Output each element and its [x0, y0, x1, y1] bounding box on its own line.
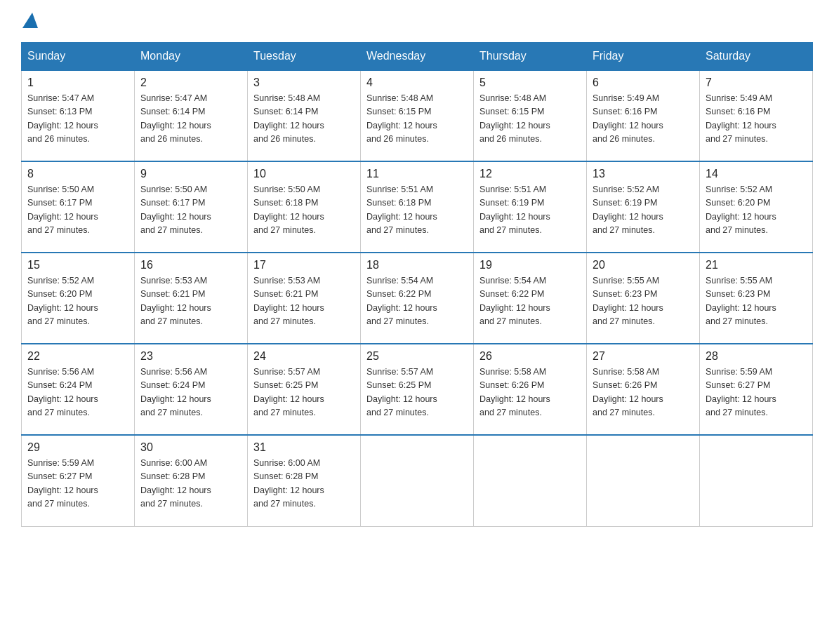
day-number: 28: [706, 350, 807, 363]
day-info: Sunrise: 5:54 AMSunset: 6:22 PMDaylight:…: [366, 274, 468, 329]
day-number: 5: [479, 76, 581, 89]
calendar-cell: 20Sunrise: 5:55 AMSunset: 6:23 PMDayligh…: [587, 253, 700, 344]
day-info: Sunrise: 5:58 AMSunset: 6:26 PMDaylight:…: [479, 365, 581, 420]
day-info: Sunrise: 5:53 AMSunset: 6:21 PMDaylight:…: [140, 274, 241, 329]
day-info: Sunrise: 5:59 AMSunset: 6:27 PMDaylight:…: [27, 457, 128, 511]
calendar-cell: [361, 435, 474, 526]
day-info: Sunrise: 5:47 AMSunset: 6:14 PMDaylight:…: [140, 92, 241, 147]
day-number: 11: [366, 168, 468, 180]
day-info: Sunrise: 6:00 AMSunset: 6:28 PMDaylight:…: [140, 457, 241, 511]
day-number: 9: [140, 168, 241, 180]
calendar-cell: 21Sunrise: 5:55 AMSunset: 6:23 PMDayligh…: [700, 253, 813, 344]
day-info: Sunrise: 5:51 AMSunset: 6:18 PMDaylight:…: [366, 183, 468, 238]
day-info: Sunrise: 5:48 AMSunset: 6:15 PMDaylight:…: [479, 92, 581, 147]
day-number: 2: [140, 76, 241, 89]
calendar-cell: 19Sunrise: 5:54 AMSunset: 6:22 PMDayligh…: [474, 253, 587, 344]
calendar-header-saturday: Saturday: [700, 43, 813, 71]
day-info: Sunrise: 5:56 AMSunset: 6:24 PMDaylight:…: [140, 365, 241, 420]
day-info: Sunrise: 5:57 AMSunset: 6:25 PMDaylight:…: [366, 365, 468, 420]
day-info: Sunrise: 5:48 AMSunset: 6:15 PMDaylight:…: [366, 92, 468, 147]
day-number: 31: [253, 441, 355, 454]
calendar-cell: 5Sunrise: 5:48 AMSunset: 6:15 PMDaylight…: [474, 70, 587, 161]
day-number: 24: [253, 350, 355, 363]
calendar-header-wednesday: Wednesday: [361, 43, 474, 71]
day-number: 23: [140, 350, 241, 363]
calendar-table: SundayMondayTuesdayWednesdayThursdayFrid…: [21, 42, 813, 527]
calendar-cell: 12Sunrise: 5:51 AMSunset: 6:19 PMDayligh…: [474, 161, 587, 253]
day-info: Sunrise: 5:49 AMSunset: 6:16 PMDaylight:…: [706, 92, 807, 147]
day-info: Sunrise: 5:52 AMSunset: 6:19 PMDaylight:…: [593, 183, 694, 238]
day-info: Sunrise: 5:56 AMSunset: 6:24 PMDaylight:…: [27, 365, 128, 420]
calendar-cell: 6Sunrise: 5:49 AMSunset: 6:16 PMDaylight…: [587, 70, 700, 161]
calendar-cell: 22Sunrise: 5:56 AMSunset: 6:24 PMDayligh…: [22, 344, 135, 435]
calendar-cell: 1Sunrise: 5:47 AMSunset: 6:13 PMDaylight…: [22, 70, 135, 161]
calendar-cell: 4Sunrise: 5:48 AMSunset: 6:15 PMDaylight…: [361, 70, 474, 161]
day-number: 16: [140, 259, 241, 271]
calendar-cell: 28Sunrise: 5:59 AMSunset: 6:27 PMDayligh…: [700, 344, 813, 435]
day-info: Sunrise: 5:48 AMSunset: 6:14 PMDaylight:…: [253, 92, 355, 147]
calendar-cell: 24Sunrise: 5:57 AMSunset: 6:25 PMDayligh…: [248, 344, 361, 435]
calendar-cell: 9Sunrise: 5:50 AMSunset: 6:17 PMDaylight…: [135, 161, 248, 253]
calendar-cell: 30Sunrise: 6:00 AMSunset: 6:28 PMDayligh…: [135, 435, 248, 526]
day-number: 14: [706, 168, 807, 180]
day-info: Sunrise: 5:55 AMSunset: 6:23 PMDaylight:…: [706, 274, 807, 329]
day-number: 22: [27, 350, 128, 363]
logo: [21, 14, 38, 28]
day-number: 12: [479, 168, 581, 180]
calendar-week-row: 1Sunrise: 5:47 AMSunset: 6:13 PMDaylight…: [22, 70, 813, 161]
calendar-cell: 7Sunrise: 5:49 AMSunset: 6:16 PMDaylight…: [700, 70, 813, 161]
calendar-header-tuesday: Tuesday: [248, 43, 361, 71]
day-number: 27: [593, 350, 694, 363]
calendar-header-friday: Friday: [587, 43, 700, 71]
logo-triangle-icon: [22, 13, 38, 28]
calendar-cell: 27Sunrise: 5:58 AMSunset: 6:26 PMDayligh…: [587, 344, 700, 435]
calendar-cell: 16Sunrise: 5:53 AMSunset: 6:21 PMDayligh…: [135, 253, 248, 344]
day-number: 1: [27, 76, 128, 89]
calendar-cell: 3Sunrise: 5:48 AMSunset: 6:14 PMDaylight…: [248, 70, 361, 161]
day-number: 10: [253, 168, 355, 180]
calendar-cell: 15Sunrise: 5:52 AMSunset: 6:20 PMDayligh…: [22, 253, 135, 344]
day-number: 19: [479, 259, 581, 271]
day-number: 7: [706, 76, 807, 89]
day-info: Sunrise: 5:55 AMSunset: 6:23 PMDaylight:…: [593, 274, 694, 329]
calendar-cell: 11Sunrise: 5:51 AMSunset: 6:18 PMDayligh…: [361, 161, 474, 253]
day-info: Sunrise: 5:53 AMSunset: 6:21 PMDaylight:…: [253, 274, 355, 329]
day-info: Sunrise: 5:52 AMSunset: 6:20 PMDaylight:…: [27, 274, 128, 329]
calendar-cell: [474, 435, 587, 526]
calendar-week-row: 29Sunrise: 5:59 AMSunset: 6:27 PMDayligh…: [22, 435, 813, 526]
page-header: [21, 14, 813, 28]
calendar-cell: 31Sunrise: 6:00 AMSunset: 6:28 PMDayligh…: [248, 435, 361, 526]
day-info: Sunrise: 5:50 AMSunset: 6:18 PMDaylight:…: [253, 183, 355, 238]
day-info: Sunrise: 6:00 AMSunset: 6:28 PMDaylight:…: [253, 457, 355, 511]
calendar-cell: 10Sunrise: 5:50 AMSunset: 6:18 PMDayligh…: [248, 161, 361, 253]
calendar-cell: 13Sunrise: 5:52 AMSunset: 6:19 PMDayligh…: [587, 161, 700, 253]
calendar-week-row: 8Sunrise: 5:50 AMSunset: 6:17 PMDaylight…: [22, 161, 813, 253]
day-number: 30: [140, 441, 241, 454]
calendar-header-thursday: Thursday: [474, 43, 587, 71]
day-info: Sunrise: 5:58 AMSunset: 6:26 PMDaylight:…: [593, 365, 694, 420]
day-number: 13: [593, 168, 694, 180]
calendar-cell: 17Sunrise: 5:53 AMSunset: 6:21 PMDayligh…: [248, 253, 361, 344]
calendar-cell: 18Sunrise: 5:54 AMSunset: 6:22 PMDayligh…: [361, 253, 474, 344]
calendar-cell: 2Sunrise: 5:47 AMSunset: 6:14 PMDaylight…: [135, 70, 248, 161]
calendar-cell: [700, 435, 813, 526]
calendar-header-monday: Monday: [135, 43, 248, 71]
day-info: Sunrise: 5:57 AMSunset: 6:25 PMDaylight:…: [253, 365, 355, 420]
calendar-cell: 26Sunrise: 5:58 AMSunset: 6:26 PMDayligh…: [474, 344, 587, 435]
day-info: Sunrise: 5:52 AMSunset: 6:20 PMDaylight:…: [706, 183, 807, 238]
day-number: 20: [593, 259, 694, 271]
calendar-header-sunday: Sunday: [22, 43, 135, 71]
calendar-week-row: 15Sunrise: 5:52 AMSunset: 6:20 PMDayligh…: [22, 253, 813, 344]
day-info: Sunrise: 5:51 AMSunset: 6:19 PMDaylight:…: [479, 183, 581, 238]
day-number: 4: [366, 76, 468, 89]
calendar-cell: 29Sunrise: 5:59 AMSunset: 6:27 PMDayligh…: [22, 435, 135, 526]
day-number: 3: [253, 76, 355, 89]
calendar-cell: 25Sunrise: 5:57 AMSunset: 6:25 PMDayligh…: [361, 344, 474, 435]
calendar-header-row: SundayMondayTuesdayWednesdayThursdayFrid…: [22, 43, 813, 71]
day-number: 15: [27, 259, 128, 271]
day-info: Sunrise: 5:47 AMSunset: 6:13 PMDaylight:…: [27, 92, 128, 147]
day-info: Sunrise: 5:59 AMSunset: 6:27 PMDaylight:…: [706, 365, 807, 420]
day-number: 6: [593, 76, 694, 89]
calendar-week-row: 22Sunrise: 5:56 AMSunset: 6:24 PMDayligh…: [22, 344, 813, 435]
day-info: Sunrise: 5:50 AMSunset: 6:17 PMDaylight:…: [27, 183, 128, 238]
